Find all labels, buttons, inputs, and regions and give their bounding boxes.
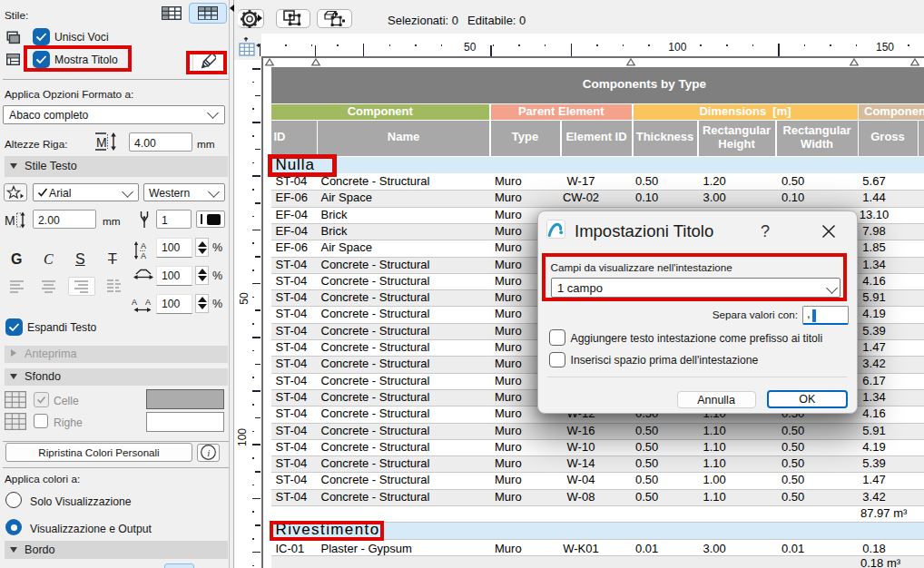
svg-text:A: A [141,241,146,250]
svg-text:M: M [5,213,15,228]
svg-text:A: A [141,251,146,260]
svg-text:i: i [207,447,210,458]
svg-text:A: A [145,298,151,307]
svg-text:M: M [96,135,107,150]
svg-text:A: A [132,298,137,307]
